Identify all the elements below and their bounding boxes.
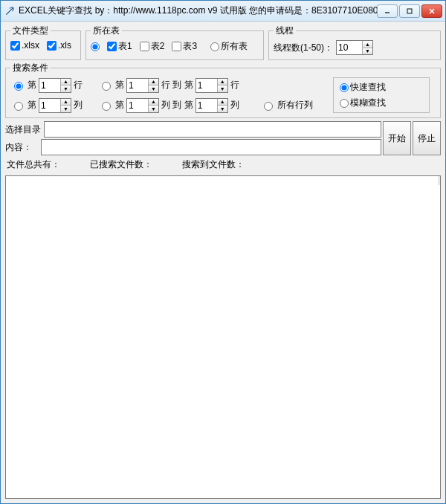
thread-spinner[interactable]: ▲ ▼	[336, 40, 373, 55]
radio-sheet-checked-input[interactable]	[91, 42, 100, 51]
window-controls	[377, 4, 442, 18]
status-searched: 已搜索文件数：	[90, 158, 152, 171]
col-range-to-spin[interactable]: ▲▼	[195, 98, 228, 113]
thread-input[interactable]	[337, 41, 362, 54]
radio-sheet-all[interactable]: 所有表	[210, 40, 248, 53]
col-single-input[interactable]	[39, 99, 60, 112]
radio-row-single[interactable]	[14, 82, 23, 91]
row-range-to-spin[interactable]: ▲▼	[195, 78, 228, 93]
checkbox-sheet2[interactable]: 表2	[140, 40, 165, 53]
radio-fast[interactable]: 快速查找	[340, 81, 418, 94]
radio-fast-input[interactable]	[340, 83, 349, 92]
content-label: 内容：	[5, 141, 41, 154]
row-single-spin[interactable]: ▲▼	[39, 78, 71, 93]
checkbox-xlsx-label: .xlsx	[22, 40, 39, 51]
checkbox-xls[interactable]: .xls	[47, 40, 71, 51]
results-list[interactable]	[5, 175, 441, 499]
group-search: 搜索条件 第 ▲▼ 行 第	[5, 62, 441, 118]
group-filetype: 文件类型 .xlsx .xls	[5, 25, 81, 60]
status-total: 文件总共有：	[7, 158, 60, 171]
checkbox-xls-input[interactable]	[47, 41, 56, 51]
app-window: EXCEL关键字查找 by：http://www.1118pc.com v9 试…	[0, 0, 446, 504]
radio-all-rc[interactable]	[264, 102, 273, 111]
titlebar: EXCEL关键字查找 by：http://www.1118pc.com v9 试…	[1, 1, 445, 22]
radio-col-range[interactable]	[102, 102, 111, 111]
status-row: 文件总共有： 已搜索文件数： 搜索到文件数：	[5, 157, 441, 172]
select-dir-input[interactable]	[44, 121, 381, 138]
status-found: 搜索到文件数：	[182, 158, 245, 171]
stop-button[interactable]: 停止	[413, 121, 441, 155]
checkbox-sheet1-input[interactable]	[107, 42, 117, 51]
radio-row-range[interactable]	[102, 82, 111, 91]
radio-col-single[interactable]	[14, 102, 23, 111]
cond-col-single: 第 ▲▼ 列	[10, 98, 92, 113]
checkbox-sheet2-label: 表2	[151, 40, 165, 53]
checkbox-sheet2-input[interactable]	[140, 42, 149, 51]
cond-row-single: 第 ▲▼ 行	[10, 78, 92, 93]
top-group-row: 文件类型 .xlsx .xls 所在表	[5, 25, 441, 60]
start-button[interactable]: 开始	[383, 121, 411, 155]
legend-sheet: 所在表	[91, 25, 122, 37]
col-range-from-spin[interactable]: ▲▼	[126, 98, 159, 113]
radio-fuzzy[interactable]: 模糊查找	[340, 97, 418, 109]
legend-filetype: 文件类型	[10, 25, 51, 37]
col-range-from-input[interactable]	[127, 99, 148, 112]
row-range-from-input[interactable]	[127, 79, 148, 92]
results-scroll-indicator	[438, 176, 440, 185]
group-sheet: 所在表 表1 表2 表3	[85, 25, 264, 60]
radio-sheet-all-label: 所有表	[221, 40, 248, 53]
content-input[interactable]	[41, 139, 381, 155]
row-range-from-spin[interactable]: ▲▼	[126, 78, 159, 93]
cond-row-range: 第 ▲▼ 行 到 第 ▲▼ 行	[98, 78, 254, 93]
maximize-button[interactable]	[399, 4, 420, 18]
close-button[interactable]	[421, 4, 442, 18]
client-area: 文件类型 .xlsx .xls 所在表	[1, 22, 445, 503]
checkbox-sheet3[interactable]: 表3	[172, 40, 197, 53]
checkbox-sheet3-input[interactable]	[172, 42, 181, 51]
radio-fuzzy-input[interactable]	[340, 99, 349, 108]
svg-rect-1	[407, 9, 412, 13]
legend-thread: 线程	[274, 25, 296, 37]
checkbox-sheet1-label: 表1	[118, 40, 132, 53]
app-icon	[4, 5, 16, 17]
col-single-spin[interactable]: ▲▼	[39, 98, 71, 113]
col-range-to-input[interactable]	[196, 99, 217, 112]
minimize-button[interactable]	[377, 4, 398, 18]
search-mode-box: 快速查找 模糊查找	[333, 77, 430, 113]
cond-col-range: 第 ▲▼ 列 到 第 ▲▼ 列	[98, 98, 254, 113]
thread-spin-down[interactable]: ▼	[363, 48, 372, 55]
radio-sheet-all-input[interactable]	[210, 42, 219, 51]
row-range-to-input[interactable]	[196, 79, 217, 92]
row-single-input[interactable]	[39, 79, 60, 92]
thread-label: 线程数(1-50)：	[274, 42, 333, 54]
thread-spin-up[interactable]: ▲	[363, 41, 372, 48]
checkbox-sheet3-label: 表3	[183, 40, 197, 53]
group-thread: 线程 线程数(1-50)： ▲ ▼	[268, 25, 441, 60]
checkbox-xlsx-input[interactable]	[10, 41, 20, 51]
legend-search: 搜索条件	[10, 62, 51, 74]
cond-all-rc: 所有行列	[260, 99, 327, 112]
title-text: EXCEL关键字查找 by：http://www.1118pc.com v9 试…	[19, 4, 377, 17]
select-dir-label: 选择目录	[5, 123, 44, 136]
dir-row: 选择目录 内容： 开始 停止	[5, 121, 441, 155]
checkbox-xlsx[interactable]: .xlsx	[10, 40, 39, 51]
radio-sheet-checked[interactable]	[91, 42, 100, 51]
checkbox-xls-label: .xls	[58, 40, 71, 51]
checkbox-sheet1[interactable]: 表1	[107, 40, 132, 53]
